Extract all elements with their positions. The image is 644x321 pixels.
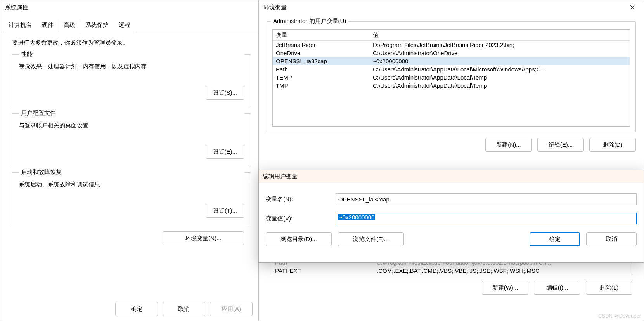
var-name-cell: OPENSSL_ia32cap	[273, 57, 370, 65]
sys-delete-button[interactable]: 删除(L)	[586, 281, 632, 295]
tab-advanced[interactable]: 高级	[59, 19, 80, 32]
tab-hardware[interactable]: 硬件	[37, 19, 59, 32]
var-name-label: 变量名(N):	[266, 196, 336, 203]
user-profile-desc: 与登录帐户相关的桌面设置	[19, 122, 244, 129]
var-value-cell: C:\Users\Administrator\AppData\Local\Tem…	[370, 82, 630, 90]
var-value-selection: ~0x20000000	[338, 214, 375, 220]
var-value-cell: C:\Users\Administrator\AppData\Local\Mic…	[370, 65, 630, 73]
var-value-input[interactable]: ~0x20000000	[336, 213, 637, 224]
var-name-input[interactable]	[336, 193, 637, 205]
var-value-cell: C:\Users\Administrator\OneDrive	[370, 49, 630, 57]
user-vars-table[interactable]: 变量 值 JetBrains RiderD:\Program Files\Jet…	[272, 29, 630, 127]
env-title: 环境变量	[263, 4, 287, 11]
admin-note: 要进行大多数更改，你必须作为管理员登录。	[12, 39, 251, 47]
edit-ok-button[interactable]: 确定	[530, 232, 580, 246]
system-properties-dialog: 系统属性 计算机名 硬件 高级 系统保护 远程 要进行大多数更改，你必须作为管理…	[0, 0, 258, 321]
var-name-cell: Path	[273, 65, 370, 73]
var-name-cell: PATHEXT	[272, 267, 374, 275]
tab-remote[interactable]: 远程	[114, 19, 135, 32]
var-name-cell: OneDrive	[273, 49, 370, 57]
table-row[interactable]: PATHEXT.COM;.EXE;.BAT;.CMD;.VBS;.VBE;.JS…	[272, 267, 632, 275]
sys-ok-button[interactable]: 确定	[115, 302, 158, 316]
sys-edit-button[interactable]: 编辑(I)...	[534, 281, 580, 295]
user-profile-fieldset: 用户配置文件 与登录帐户相关的桌面设置 设置(E)...	[12, 113, 251, 165]
performance-fieldset: 性能 视觉效果，处理器计划，内存使用，以及虚拟内存 设置(S)...	[12, 54, 251, 106]
tab-computer-name[interactable]: 计算机名	[3, 19, 37, 32]
user-edit-button[interactable]: 编辑(E)...	[537, 138, 584, 152]
environment-variables-button[interactable]: 环境变量(N)...	[163, 231, 244, 245]
sys-props-title: 系统属性	[5, 4, 28, 11]
startup-legend: 启动和故障恢复	[19, 168, 244, 176]
user-new-button[interactable]: 新建(N)...	[485, 138, 532, 152]
var-value-cell: C:\Users\Administrator\AppData\Local\Tem…	[370, 73, 630, 82]
tab-system-protection[interactable]: 系统保护	[80, 19, 114, 32]
table-row[interactable]: OPENSSL_ia32cap~0x20000000	[273, 57, 630, 65]
sys-props-titlebar: 系统属性	[0, 0, 258, 14]
sys-props-bottom-buttons: 确定 取消 应用(A)	[110, 297, 258, 321]
browse-directory-button[interactable]: 浏览目录(D)...	[266, 232, 332, 246]
system-vars-buttons: 新建(W)... 编辑(I)... 删除(L)	[272, 281, 632, 295]
table-row[interactable]: PathC:\Users\Administrator\AppData\Local…	[273, 65, 630, 73]
table-row[interactable]: OneDriveC:\Users\Administrator\OneDrive	[273, 49, 630, 57]
var-name-cell: TEMP	[273, 73, 370, 82]
watermark: CSDN @Deveuper	[598, 313, 641, 319]
user-profile-legend: 用户配置文件	[19, 109, 244, 117]
var-value-label: 变量值(V):	[266, 215, 336, 222]
edit-cancel-button[interactable]: 取消	[586, 232, 637, 246]
table-row[interactable]: TMPC:\Users\Administrator\AppData\Local\…	[273, 82, 630, 90]
startup-settings-button[interactable]: 设置(T)...	[206, 204, 244, 218]
startup-desc: 系统启动、系统故障和调试信息	[19, 181, 244, 188]
close-icon[interactable]	[623, 1, 641, 14]
table-row[interactable]: JetBrains RiderD:\Program Files\JetBrain…	[273, 41, 630, 49]
user-profile-settings-button[interactable]: 设置(E)...	[206, 145, 245, 159]
advanced-tab-content: 要进行大多数更改，你必须作为管理员登录。 性能 视觉效果，处理器计划，内存使用，…	[0, 32, 258, 245]
header-variable[interactable]: 变量	[273, 30, 370, 40]
system-vars-peek: PathC:\Program Files\Eclipse Foundation\…	[272, 262, 632, 295]
env-titlebar: 环境变量	[259, 0, 644, 14]
performance-legend: 性能	[19, 50, 244, 58]
user-vars-buttons: 新建(N)... 编辑(E)... 删除(D)	[259, 138, 636, 152]
performance-settings-button[interactable]: 设置(S)...	[206, 86, 245, 100]
browse-file-button[interactable]: 浏览文件(F)...	[338, 232, 404, 246]
sys-new-button[interactable]: 新建(W)...	[482, 281, 528, 295]
var-name-cell: JetBrains Rider	[273, 41, 370, 49]
startup-fieldset: 启动和故障恢复 系统启动、系统故障和调试信息 设置(T)...	[12, 172, 251, 224]
edit-user-variable-dialog: 编辑用户变量 变量名(N): 变量值(V): ~0x20000000 浏览目录(…	[258, 170, 644, 263]
var-value-cell: D:\Program Files\JetBrains\JetBrains Rid…	[370, 41, 630, 49]
var-name-cell: TMP	[273, 82, 370, 90]
user-vars-header: 变量 值	[273, 30, 630, 41]
edit-title: 编辑用户变量	[263, 173, 298, 180]
user-delete-button[interactable]: 删除(D)	[589, 138, 636, 152]
sys-apply-button[interactable]: 应用(A)	[210, 302, 253, 316]
edit-titlebar: 编辑用户变量	[259, 170, 644, 183]
table-row[interactable]: TEMPC:\Users\Administrator\AppData\Local…	[273, 73, 630, 82]
sys-props-tabs: 计算机名 硬件 高级 系统保护 远程	[0, 18, 258, 32]
user-vars-legend: Administrator 的用户变量(U)	[271, 17, 348, 25]
sys-cancel-button[interactable]: 取消	[163, 302, 205, 316]
var-value-cell: ~0x20000000	[370, 57, 630, 65]
user-vars-fieldset: Administrator 的用户变量(U) 变量 值 JetBrains Ri…	[267, 21, 636, 132]
performance-desc: 视觉效果，处理器计划，内存使用，以及虚拟内存	[19, 63, 244, 70]
header-value[interactable]: 值	[370, 30, 630, 40]
var-value-cell: .COM;.EXE;.BAT;.CMD;.VBS;.VBE;.JS;.JSE;.…	[374, 267, 632, 275]
